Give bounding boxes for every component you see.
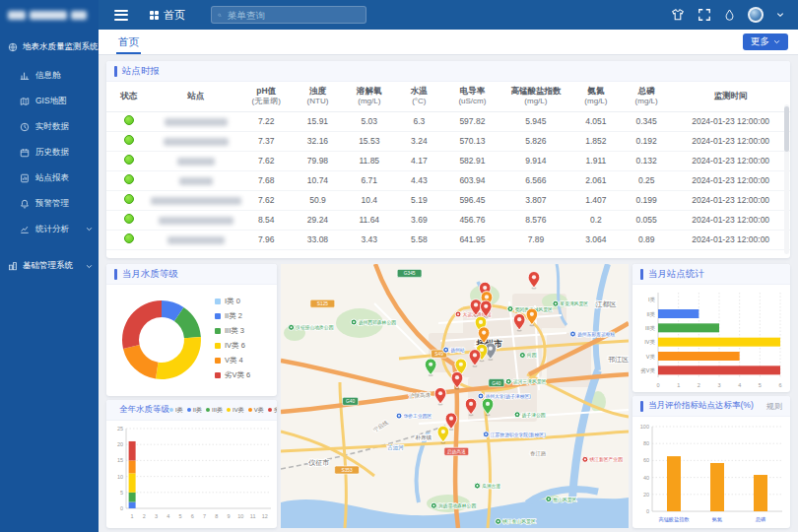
stacked-segment-V类[interactable] [129,460,136,473]
legend-item-V类[interactable]: V类 4 [215,356,250,366]
svg-text:润扬湿地森林公园: 润扬湿地森林公园 [438,502,477,509]
stacked-segment-IV类[interactable] [129,473,136,492]
vbar-氨氮[interactable] [710,463,724,511]
poi-marker-润扬湿地森林公园[interactable]: 润扬湿地森林公园 [431,502,476,509]
legend-item-劣V类[interactable]: 劣V类 6 [215,370,250,380]
theme-skin-icon[interactable] [671,8,685,22]
stacked-segment-II类[interactable] [129,502,136,508]
legend-item-I类[interactable]: I类 [169,406,183,415]
cell-value: 597.82 [443,111,501,131]
map-icon [20,97,30,106]
stacked-segment-劣V类[interactable] [129,441,136,460]
poi-marker-扬州站[interactable]: 扬州站 [443,347,465,354]
cell-value: 5.03 [344,111,395,131]
legend-item-劣V类[interactable]: 劣V类 [268,406,277,415]
sidebar-item-历史数据[interactable]: 历史数据 [0,140,99,166]
legend-item-V类[interactable]: V类 [248,406,264,415]
station-name-redacted [179,177,213,185]
vbar-高锰酸盐指数[interactable] [667,456,681,511]
vbar-总磷[interactable] [754,475,767,511]
sidebar-root-basic-system[interactable]: 基础管理系统 [0,242,99,282]
svg-text:10: 10 [237,513,243,519]
legend-item-I类[interactable]: I类 0 [215,297,250,306]
panel-accent [640,269,643,280]
menu-toggle-icon[interactable] [114,10,128,21]
legend-item-II类[interactable]: II类 [187,406,202,415]
sidebar-root-monitor-system[interactable]: 地表水质量监测系统 [0,30,99,63]
city-map[interactable]: G40G40G345S125S49S353启扬高速 沪陕高速宁启线春江路古运河 … [281,264,629,528]
cell-value: 50.9 [292,190,343,210]
cell-value: 32.16 [292,131,343,151]
table-scrollbar[interactable] [784,104,789,254]
user-menu-chevron-icon[interactable] [776,11,784,19]
breadcrumb[interactable]: 首页 [150,8,185,23]
cell-value: 3.064 [570,230,622,249]
column-header: 溶解氧(mg/L) [344,82,395,111]
cell-value: 6.566 [501,170,570,190]
hbar-劣V类[interactable] [658,366,780,374]
hbar-IV类[interactable] [658,338,780,347]
poi-marker-焦山风景区[interactable]: 焦山风景区 [546,497,577,502]
status-ok-dot [124,233,134,243]
column-header: 总磷(mg/L) [622,82,671,111]
cell-time: 2024-01-23 12:00:00 [671,151,790,170]
sidebar-item-实时数据[interactable]: 实时数据 [0,114,99,140]
annual-legend: I类II类III类IV类V类劣V类 [169,406,277,415]
svg-text:3: 3 [155,513,158,519]
legend-item-III类[interactable]: III类 [206,406,223,415]
legend-item-III类[interactable]: III类 3 [215,326,250,336]
poi-marker-扬州东部客运枢纽[interactable]: 扬州东部客运枢纽 [570,331,616,338]
sidebar-item-label: 预警管理 [35,198,93,210]
legend-item-II类[interactable]: II类 2 [215,311,250,321]
donut-slice-V类[interactable] [123,345,159,378]
cell-value: 3.24 [395,131,443,151]
poi-marker-华侨工业园区[interactable]: 华侨工业园区 [396,413,432,419]
sidebar-item-GIS地图[interactable]: GIS地图 [0,89,99,114]
svg-text:S353: S353 [341,468,353,473]
map-label-邗江区: 邗江区 [608,356,629,364]
poi-marker-扬州西郊森林公园[interactable]: 扬州西郊森林公园 [351,319,396,326]
hbar-III类[interactable] [658,323,719,332]
cell-value: 2.061 [570,170,622,190]
hbar-V类[interactable] [658,352,740,361]
sidebar-item-预警管理[interactable]: 预警管理 [0,191,99,217]
map-container[interactable]: G40G40G345S125S49S353启扬高速 沪陕高速宁启线春江路古运河 … [281,264,629,528]
stacked-segment-III类[interactable] [129,493,136,502]
app-logo [0,0,99,30]
svg-text:G345: G345 [404,271,416,276]
svg-text:V类: V类 [646,354,656,360]
legend-item-IV类[interactable]: IV类 6 [215,341,250,351]
tab-home[interactable]: 首页 [116,30,141,54]
donut-slice-劣V类[interactable] [122,300,162,349]
poi-marker-瓜洲古渡[interactable]: 瓜洲古渡 [474,483,500,490]
cell-value: 3.43 [344,230,395,249]
menu-search[interactable] [211,6,366,24]
legend-item-IV类[interactable]: IV类 [227,406,244,415]
cell-value: 4.43 [395,170,443,190]
sidebar-item-统计分析[interactable]: 统计分析 [0,217,99,242]
rules-link[interactable]: 规则 [766,401,782,412]
sidebar-item-站点报表[interactable]: 站点报表 [0,166,99,191]
poi-marker-何园[interactable]: 何园 [519,352,536,359]
svg-text:氨氮: 氨氮 [712,516,722,522]
user-avatar[interactable] [748,7,764,23]
cell-value: 0.192 [622,131,671,151]
table-row: 7.2215.915.036.3597.825.9454.0510.345202… [106,111,790,131]
station-panel-header: 站点时报 [106,61,790,82]
status-ok-dot [124,135,134,145]
sidebar-item-信息舱[interactable]: 信息舱 [0,63,99,89]
map-label-朴席镇: 朴席镇 [414,434,432,440]
fullscreen-icon[interactable] [698,8,711,22]
panel-accent [640,401,643,412]
cell-value: 4.051 [570,111,622,131]
hbar-II类[interactable] [658,309,698,318]
water-drop-icon[interactable] [724,9,735,22]
donut-slice-IV类[interactable] [156,337,201,379]
search-input[interactable] [226,9,360,22]
more-button[interactable]: 更多 [743,33,788,50]
breadcrumb-home[interactable]: 首页 [164,8,185,23]
poi-marker-仪征捺山地质公园[interactable]: 仪征捺山地质公园 [289,324,334,331]
poi-marker-扬子津公园[interactable]: 扬子津公园 [514,412,546,419]
poi-marker-江苏旅游职业学院(新校区)[interactable]: 江苏旅游职业学院(新校区) [483,432,546,438]
cell-time: 2024-01-23 12:00:00 [671,111,790,131]
